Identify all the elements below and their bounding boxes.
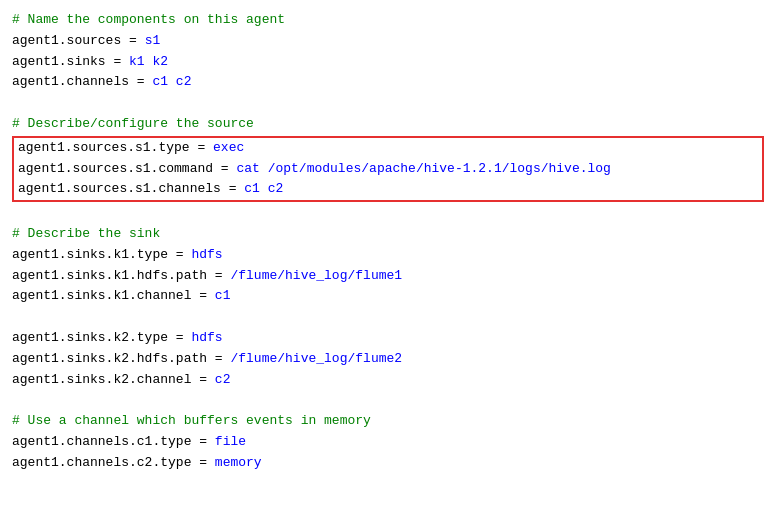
- code-equals: =: [213, 161, 236, 176]
- code-line: agent1.channels.c1.type = file: [12, 432, 764, 453]
- code-key: agent1.channels.c1.type: [12, 434, 191, 449]
- code-key: agent1.sinks.k1.channel: [12, 288, 191, 303]
- empty-line: [12, 307, 764, 328]
- code-key: agent1.sources.s1.command: [18, 161, 213, 176]
- code-line: agent1.sinks.k2.type = hdfs: [12, 328, 764, 349]
- code-equals: =: [221, 181, 244, 196]
- comment-text: # Describe the sink: [12, 226, 160, 241]
- comment-line: # Describe the sink: [12, 224, 764, 245]
- code-line: agent1.sinks = k1 k2: [12, 52, 764, 73]
- code-key: agent1.sinks.k2.type: [12, 330, 168, 345]
- code-equals: =: [168, 247, 191, 262]
- code-line: agent1.sinks.k1.type = hdfs: [12, 245, 764, 266]
- comment-text: # Use a channel which buffers events in …: [12, 413, 371, 428]
- code-value: hdfs: [191, 330, 222, 345]
- code-line: agent1.sinks.k1.hdfs.path = /flume/hive_…: [12, 266, 764, 287]
- code-value: memory: [215, 455, 262, 470]
- code-value: c1 c2: [152, 74, 191, 89]
- empty-line: [12, 390, 764, 411]
- code-value: file: [215, 434, 246, 449]
- code-line: agent1.sources = s1: [12, 31, 764, 52]
- code-line: agent1.sinks.k2.channel = c2: [12, 370, 764, 391]
- code-value: cat /opt/modules/apache/hive-1.2.1/logs/…: [236, 161, 610, 176]
- code-value: /flume/hive_log/flume2: [230, 351, 402, 366]
- code-value: hdfs: [191, 247, 222, 262]
- empty-line: [12, 203, 764, 224]
- code-key: agent1.sinks.k1.hdfs.path: [12, 268, 207, 283]
- code-line: agent1.sources.s1.channels = c1 c2: [18, 179, 758, 200]
- code-key: agent1.channels: [12, 74, 129, 89]
- code-equals: =: [190, 140, 213, 155]
- code-value: c1: [215, 288, 231, 303]
- code-value: /flume/hive_log/flume1: [230, 268, 402, 283]
- code-key: agent1.sinks: [12, 54, 106, 69]
- code-key: agent1.sources.s1.channels: [18, 181, 221, 196]
- code-key: agent1.sinks.k2.channel: [12, 372, 191, 387]
- code-editor: # Name the components on this agentagent…: [12, 10, 764, 474]
- code-key: agent1.sources: [12, 33, 121, 48]
- code-key: agent1.sources.s1.type: [18, 140, 190, 155]
- code-equals: =: [129, 74, 152, 89]
- code-key: agent1.sinks.k2.hdfs.path: [12, 351, 207, 366]
- code-equals: =: [121, 33, 144, 48]
- empty-line: [12, 93, 764, 114]
- code-line: agent1.sinks.k1.channel = c1: [12, 286, 764, 307]
- code-value: c2: [215, 372, 231, 387]
- code-line: agent1.channels.c2.type = memory: [12, 453, 764, 474]
- code-line: agent1.sinks.k2.hdfs.path = /flume/hive_…: [12, 349, 764, 370]
- code-value: exec: [213, 140, 244, 155]
- code-line: agent1.sources.s1.command = cat /opt/mod…: [18, 159, 758, 180]
- comment-text: # Name the components on this agent: [12, 12, 285, 27]
- comment-text: # Describe/configure the source: [12, 116, 254, 131]
- code-equals: =: [106, 54, 129, 69]
- code-equals: =: [191, 372, 214, 387]
- code-equals: =: [191, 288, 214, 303]
- code-line: agent1.sources.s1.type = exec: [18, 138, 758, 159]
- comment-line: # Name the components on this agent: [12, 10, 764, 31]
- code-equals: =: [207, 351, 230, 366]
- highlighted-section: agent1.sources.s1.type = execagent1.sour…: [12, 136, 764, 202]
- code-value: k1 k2: [129, 54, 168, 69]
- code-line: agent1.channels = c1 c2: [12, 72, 764, 93]
- code-equals: =: [191, 455, 214, 470]
- code-equals: =: [207, 268, 230, 283]
- comment-line: # Describe/configure the source: [12, 114, 764, 135]
- code-equals: =: [191, 434, 214, 449]
- code-value: c1 c2: [244, 181, 283, 196]
- code-equals: =: [168, 330, 191, 345]
- comment-line: # Use a channel which buffers events in …: [12, 411, 764, 432]
- code-value: s1: [145, 33, 161, 48]
- code-key: agent1.channels.c2.type: [12, 455, 191, 470]
- code-key: agent1.sinks.k1.type: [12, 247, 168, 262]
